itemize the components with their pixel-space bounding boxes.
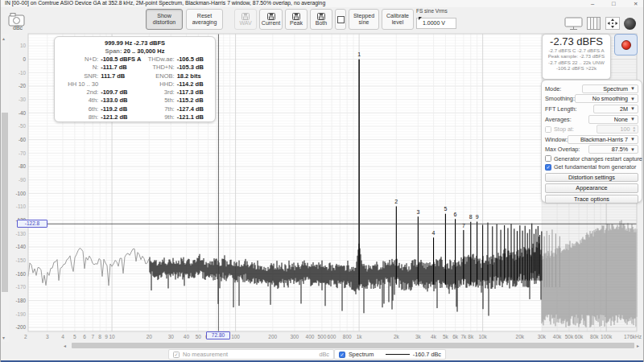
svg-text:2: 2: [24, 334, 27, 339]
level-main: -2.73 dBFS: [543, 35, 610, 47]
distortion-label: HHD:: [142, 80, 174, 88]
x-axis-ticks: 2345678910203040506080100200300400500600…: [24, 334, 642, 339]
distortion-row: HH 10 .. 30HHD:-114.2 dB: [59, 80, 211, 88]
chevron-down-icon: ▼: [630, 117, 635, 121]
distortion-row: N+D:-108.5 dBFS ATHDw.ae:-106.5 dB: [59, 56, 211, 64]
spinner-arrows-icon[interactable]: ▲▼: [633, 126, 636, 133]
chevron-down-icon: ▼: [630, 137, 635, 142]
svg-text:400: 400: [306, 334, 315, 339]
distortion-settings-button[interactable]: Distortion settings: [545, 173, 638, 183]
svg-text:20k: 20k: [516, 334, 525, 339]
get-fundamental-row[interactable]: ✓ Get fundamental from generator: [545, 163, 638, 172]
distortion-value: -114.2 dB: [175, 80, 211, 88]
generator-restart-row[interactable]: Generator changes restart capture: [545, 154, 638, 163]
svg-text:-60: -60: [19, 137, 27, 142]
panel-row-label: FFT Length:: [545, 105, 577, 113]
svg-text:3: 3: [46, 334, 49, 339]
cursor-freq-box[interactable]: 72.80: [206, 331, 230, 339]
svg-text:-40: -40: [19, 110, 27, 116]
svg-text:8: 8: [98, 334, 101, 339]
distortion-row: 2nd:-109.7 dB3rd:-117.3 dB: [59, 88, 211, 97]
distortion-label: 3rd:: [142, 88, 174, 97]
panel-dropdown[interactable]: 2M▼: [593, 105, 638, 113]
svg-text:3k: 3k: [415, 334, 422, 339]
svg-text:50k: 50k: [565, 334, 574, 339]
stop-at-spinner[interactable]: 100▲▼: [597, 125, 638, 134]
panel-dropdown[interactable]: 87.5%▼: [588, 145, 638, 154]
dropdown-value: 2M: [620, 105, 628, 113]
distortion-label: 7th:: [142, 105, 174, 113]
distortion-row: 4th:-133.0 dB5th:-115.2 dB: [59, 97, 211, 105]
scroll-right-icon[interactable]: ▸: [637, 343, 639, 348]
distortion-row: SNR:111.7 dBENOB:18.2 bits: [59, 72, 211, 80]
svg-text:8: 8: [469, 214, 473, 220]
panel-dropdown[interactable]: None▼: [588, 115, 638, 124]
panel-row: FFT Length:2M▼: [545, 104, 638, 114]
panel-row-label: Mode:: [545, 85, 561, 93]
trace-options-button[interactable]: Trace options: [545, 195, 638, 204]
vertical-scroll-thumb[interactable]: [2, 113, 8, 292]
svg-text:-160: -160: [15, 271, 26, 277]
svg-text:5: 5: [444, 206, 447, 212]
svg-text:-140: -140: [15, 244, 26, 249]
distortion-value: -106.5 dB: [175, 56, 211, 64]
distortion-label: THDw.ae:: [142, 56, 174, 64]
distortion-value: 111.7 dB: [98, 72, 142, 80]
svg-text:10k: 10k: [478, 334, 487, 339]
panel-dropdown[interactable]: No smoothing▼: [575, 94, 638, 103]
record-icon: [621, 40, 631, 50]
cursor-level-box[interactable]: -122.8: [17, 220, 47, 228]
horizontal-scroll-thumb[interactable]: [72, 343, 634, 348]
svg-text:-150: -150: [15, 257, 26, 263]
chevron-down-icon: ▼: [630, 86, 635, 91]
svg-text:9: 9: [105, 334, 108, 339]
svg-text:5: 5: [73, 334, 76, 339]
span-value: 20 .. 30,000 Hz: [124, 47, 165, 55]
vertical-scrollbar[interactable]: ▴ ▾: [1, 34, 9, 342]
svg-text:-30: -30: [19, 97, 27, 102]
generator-restart-checkbox[interactable]: [545, 155, 551, 162]
panel-row: Max Overlap:87.5%▼: [545, 145, 638, 155]
scroll-up-icon[interactable]: ▴: [2, 35, 5, 41]
dropdown-value: Spectrum: [603, 85, 628, 93]
svg-text:8k: 8k: [468, 334, 474, 339]
get-fundamental-checkbox[interactable]: ✓: [545, 164, 551, 171]
svg-text:4: 4: [61, 334, 64, 339]
svg-text:3: 3: [416, 209, 419, 215]
svg-text:10: 10: [109, 334, 115, 339]
distortion-value: -119.2 dB: [98, 105, 142, 113]
panel-row: Averages:None▼: [545, 114, 638, 125]
svg-text:-110: -110: [16, 204, 27, 209]
dropdown-value: No smoothing: [592, 95, 628, 102]
panel-dropdown[interactable]: Spectrum▼: [582, 84, 638, 93]
svg-text:60k: 60k: [575, 334, 584, 339]
y-axis-ticks: 100-10-20-30-40-50-60-70-80-90-100-110-1…: [15, 43, 26, 330]
distortion-label: 6th:: [59, 105, 98, 113]
legend-no-measurement[interactable]: ✓ No measurement dBc: [168, 349, 334, 360]
panel-buttons: Distortion settingsAppearanceTrace optio…: [545, 173, 638, 204]
stop-at-label: Stop at:: [554, 125, 574, 133]
dropdown-value: None: [614, 116, 628, 123]
svg-text:4k: 4k: [431, 334, 437, 339]
spectrum-checkbox[interactable]: ✓: [339, 352, 345, 358]
svg-text:7: 7: [462, 223, 465, 228]
svg-text:-20: -20: [19, 83, 27, 88]
svg-text:-200: -200: [15, 324, 26, 330]
distortion-value: -105.3 dB: [175, 64, 211, 72]
field-marker-icon: [419, 17, 422, 20]
no-measurement-checkbox[interactable]: ✓: [173, 352, 180, 358]
scroll-down-icon[interactable]: ▾: [2, 335, 5, 340]
legend-spectrum[interactable]: ✓ Spectrum -160.7 dBc: [334, 349, 446, 360]
svg-text:600: 600: [328, 334, 336, 339]
svg-text:1: 1: [357, 51, 361, 57]
record-button[interactable]: [614, 34, 638, 56]
appearance-button[interactable]: Appearance: [545, 183, 638, 193]
scroll-left-icon[interactable]: ◂: [64, 343, 66, 348]
svg-text:-100: -100: [15, 191, 26, 196]
panel-dropdown[interactable]: Blackman-Harris 7▼: [568, 135, 638, 144]
stop-at-checkbox[interactable]: [545, 126, 551, 133]
distortion-value: -115.2 dB: [175, 97, 211, 105]
svg-text:-180: -180: [15, 298, 26, 303]
level-line3: -2.7 dBFS 22 .. 22k UNW: [543, 60, 610, 65]
chevron-down-icon: ▼: [630, 147, 635, 152]
